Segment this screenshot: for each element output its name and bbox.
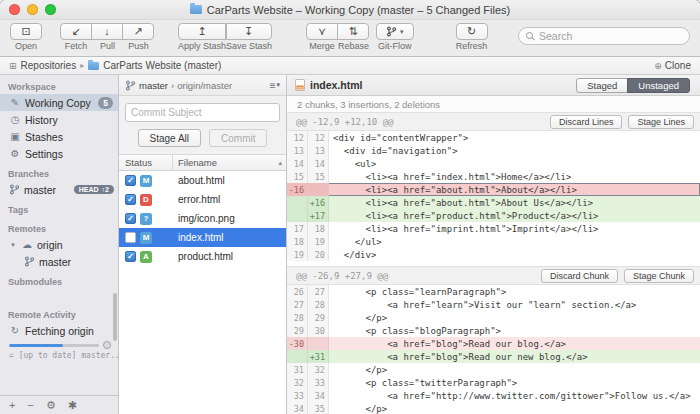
code-text: <a href="learn">Visit our "learn" sectio… bbox=[329, 298, 636, 311]
clone-label: Clone bbox=[665, 60, 691, 71]
diff-line[interactable]: 28 29 </p> bbox=[287, 311, 700, 324]
code-text: </p> bbox=[329, 363, 387, 376]
sidebar-item-history[interactable]: ◷ History bbox=[0, 111, 118, 128]
gitflow-button[interactable]: ▾ Git-Flow bbox=[376, 23, 414, 51]
stop-fetch-button[interactable] bbox=[103, 341, 111, 349]
search-input[interactable] bbox=[539, 30, 682, 42]
file-row-about[interactable]: M about.html bbox=[119, 171, 286, 190]
push-button[interactable]: ↗ Push bbox=[123, 23, 154, 51]
status-column-header[interactable]: Status bbox=[119, 155, 173, 170]
file-checkbox[interactable] bbox=[125, 213, 136, 224]
diff-line[interactable]: 19 20 </div> bbox=[287, 248, 700, 261]
head-badge: HEAD ↑2 bbox=[74, 185, 114, 194]
diff-header: html index.html Staged Unstaged bbox=[287, 75, 700, 96]
stage-all-button[interactable]: Stage All bbox=[138, 129, 201, 147]
diff-line[interactable]: 14 14 <ul> bbox=[287, 157, 700, 170]
sidebar-item-working-copy[interactable]: ✎ Working Copy 5 bbox=[0, 94, 118, 111]
commit-subject-input[interactable] bbox=[125, 103, 280, 122]
action-gear-button[interactable]: ⚙ bbox=[46, 400, 56, 411]
breadcrumb-repository[interactable]: CarParts Website (master) bbox=[103, 60, 221, 71]
minimize-window-button[interactable] bbox=[27, 4, 38, 15]
diff-line-added[interactable]: +31 <a href="blog">Read our new blog.</a… bbox=[287, 350, 700, 363]
sidebar-item-branch-master[interactable]: master HEAD ↑2 bbox=[0, 181, 118, 198]
diff-line[interactable]: 29 30 <p class="blogParagraph"> bbox=[287, 324, 700, 337]
open-button[interactable]: ⊡ Open bbox=[10, 23, 42, 51]
old-line-number: 31 bbox=[287, 363, 308, 376]
file-row-error[interactable]: D error.html bbox=[119, 190, 286, 209]
commit-button[interactable]: Commit bbox=[209, 129, 267, 147]
file-checkbox[interactable] bbox=[125, 194, 136, 205]
sidebar-item-remote-origin[interactable]: ▾ ☁ origin bbox=[0, 236, 118, 253]
sidebar-scrollbar[interactable] bbox=[113, 293, 117, 341]
breadcrumb-repositories[interactable]: Repositories bbox=[21, 60, 77, 71]
diff-line[interactable]: 26 27 <p class="learnParagraph"> bbox=[287, 285, 700, 298]
search-field[interactable] bbox=[518, 27, 690, 45]
sidebar-item-remote-branch-master[interactable]: master bbox=[0, 253, 118, 270]
code-text: <p class="blogParagraph"> bbox=[329, 324, 501, 337]
zoom-window-button[interactable] bbox=[45, 4, 56, 15]
sync-icon: ↻ bbox=[9, 326, 21, 336]
diff-line[interactable]: 31 32 </p> bbox=[287, 363, 700, 376]
file-row-product[interactable]: A product.html bbox=[119, 247, 286, 266]
merge-button[interactable]: ⋎ Merge bbox=[306, 23, 338, 51]
view-options-button[interactable]: ≡ ▾ bbox=[270, 80, 280, 91]
working-copy-label: Working Copy bbox=[25, 97, 91, 109]
close-window-button[interactable] bbox=[9, 4, 20, 15]
stage-chunk-button[interactable]: Stage Chunk bbox=[624, 269, 694, 283]
code-text: <p class="learnParagraph"> bbox=[329, 285, 506, 298]
file-row-index[interactable]: M index.html bbox=[119, 228, 286, 247]
staged-unstaged-toggle: Staged Unstaged bbox=[576, 78, 690, 93]
file-type-tag: html bbox=[296, 86, 304, 90]
refresh-group: ↻ Refresh bbox=[456, 23, 488, 51]
disclosure-triangle-icon[interactable]: ▾ bbox=[9, 241, 17, 249]
new-line-number: 32 bbox=[308, 363, 329, 376]
gitflow-label: Git-Flow bbox=[378, 41, 412, 51]
diff-line[interactable]: 27 28 <a href="learn">Visit our "learn" … bbox=[287, 298, 700, 311]
fetch-button[interactable]: ↙ Fetch bbox=[60, 23, 92, 51]
old-line-number bbox=[287, 209, 308, 222]
diff-line[interactable]: 12 12 <div id="contentWrapper"> bbox=[287, 131, 700, 144]
diff-line[interactable]: 17 18 <li><a href="imprint.html">Imprint… bbox=[287, 222, 700, 235]
clone-button[interactable]: ⊕ Clone bbox=[654, 60, 691, 71]
file-row-icon-png[interactable]: ? img/icon.png bbox=[119, 209, 286, 228]
diff-line[interactable]: 32 33 <p class="twitterParagraph"> bbox=[287, 376, 700, 389]
file-checkbox[interactable] bbox=[125, 251, 136, 262]
activity-indicator-icon[interactable]: ✱ bbox=[68, 400, 77, 411]
refresh-button[interactable]: ↻ Refresh bbox=[456, 23, 488, 51]
staged-tab[interactable]: Staged bbox=[576, 78, 628, 93]
diff-line-added[interactable]: +17 <li><a href="product.html">Product</… bbox=[287, 209, 700, 222]
new-line-number: +17 bbox=[308, 209, 329, 222]
search-icon bbox=[526, 32, 535, 41]
diff-line-added[interactable]: +16 <li><a href="about.html">About Us</a… bbox=[287, 196, 700, 209]
file-checkbox[interactable] bbox=[125, 175, 136, 186]
diff-line[interactable]: 34 35 </p> bbox=[287, 402, 700, 414]
discard-lines-button[interactable]: Discard Lines bbox=[550, 115, 623, 129]
diff-line[interactable]: 13 13 <div id="navigation"> bbox=[287, 144, 700, 157]
refresh-icon: ↻ bbox=[467, 26, 476, 37]
diff-line[interactable]: 33 34 <a href="http://www.twitter.com/gi… bbox=[287, 389, 700, 402]
file-name: error.html bbox=[173, 194, 220, 205]
discard-chunk-button[interactable]: Discard Chunk bbox=[541, 269, 618, 283]
diff-line-removed-selected[interactable]: -16 <li><a href="about.html">About</a></… bbox=[287, 183, 700, 196]
remove-button[interactable]: − bbox=[27, 400, 33, 411]
file-name: about.html bbox=[173, 175, 225, 186]
file-checkbox[interactable] bbox=[125, 232, 136, 243]
pull-label: Pull bbox=[100, 41, 115, 51]
unstaged-tab[interactable]: Unstaged bbox=[627, 78, 690, 93]
rebase-button[interactable]: ⇅ Rebase bbox=[338, 23, 369, 51]
path-bar: ⊞ Repositories ▸ CarParts Website (maste… bbox=[0, 57, 700, 75]
diff-line[interactable]: 18 19 </ul> bbox=[287, 235, 700, 248]
save-stash-button[interactable]: ↧ Save Stash bbox=[226, 23, 272, 51]
filename-column-header[interactable]: Filename ▴ bbox=[173, 155, 286, 170]
sidebar-item-stashes[interactable]: ▣ Stashes bbox=[0, 128, 118, 145]
apply-stash-button[interactable]: ↥ Apply Stash bbox=[178, 23, 226, 51]
code-text: <li><a href="about.html">About</a></li> bbox=[329, 183, 577, 196]
sidebar-bottom-bar: + − ⚙ ✱ bbox=[0, 395, 118, 414]
stage-lines-button[interactable]: Stage Lines bbox=[628, 115, 694, 129]
pull-button[interactable]: ↓ Pull bbox=[92, 23, 123, 51]
new-line-number bbox=[308, 183, 329, 196]
diff-line-removed[interactable]: -30 <a href="blog">Read our blog.</a> bbox=[287, 337, 700, 350]
diff-line[interactable]: 15 15 <li><a href="index.html">Home</a><… bbox=[287, 170, 700, 183]
add-button[interactable]: + bbox=[9, 400, 15, 411]
sidebar-item-settings[interactable]: ⚙ Settings bbox=[0, 145, 118, 162]
